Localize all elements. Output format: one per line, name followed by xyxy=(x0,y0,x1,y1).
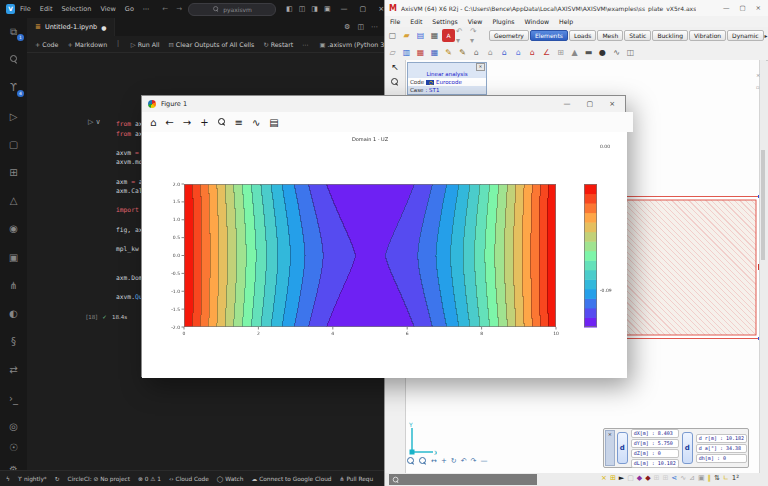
menu-edit[interactable]: Edit xyxy=(410,18,422,25)
customize-icon[interactable]: ∿ xyxy=(252,117,260,128)
surface-support-icon[interactable]: ▲ xyxy=(568,46,581,59)
sync-icon[interactable]: ↻ xyxy=(55,476,60,482)
parallel-icon[interactable]: ‖ xyxy=(708,474,712,482)
table-editor-icon[interactable]: ▥ xyxy=(400,46,413,59)
gcloud-item[interactable]: ☁Connect to Google Cloud xyxy=(251,476,331,482)
ribbon-overflow-icon[interactable]: ▸ xyxy=(765,32,768,39)
toolbar-separator[interactable]: ⏐ xyxy=(116,40,122,48)
node-snap-icon[interactable]: ⋖ xyxy=(671,474,677,482)
print-icon[interactable]: ▦ xyxy=(428,29,441,42)
tool-b-icon[interactable]: ◆ xyxy=(645,474,650,482)
add-code-button[interactable]: +Code xyxy=(35,41,58,48)
menu-selection[interactable]: Selection xyxy=(61,5,91,13)
zoom-cursor-icon[interactable] xyxy=(385,76,405,92)
selection-icon[interactable]: ▱ xyxy=(386,46,399,59)
frame-icon[interactable]: ◫ xyxy=(624,46,637,59)
menu-settings[interactable]: Settings xyxy=(432,18,457,25)
git-branch-item[interactable]: ϒnightly* xyxy=(18,476,47,482)
menu-file[interactable]: File xyxy=(20,5,31,13)
domain-extrude-icon[interactable]: ⌂ xyxy=(498,46,511,59)
power-icon[interactable]: 1² xyxy=(732,474,739,482)
panel-close-button[interactable]: × xyxy=(476,63,485,71)
workplane-icon[interactable]: ▢ xyxy=(627,474,634,482)
more-actions-icon[interactable]: ⋯ xyxy=(302,41,310,48)
redo-view-icon[interactable]: ↷ xyxy=(471,457,477,465)
figure-titlebar[interactable]: Figure 1 —▢× xyxy=(142,96,625,113)
pan-icon[interactable]: + xyxy=(200,117,208,128)
scrollbar-thumb[interactable] xyxy=(761,150,765,260)
maximize-button[interactable]: ▢ xyxy=(360,5,367,13)
menu-⋯[interactable]: ⋯ xyxy=(143,5,150,13)
command-line-input[interactable] xyxy=(389,474,537,485)
pdf-icon[interactable]: A xyxy=(442,29,455,42)
menu-help[interactable]: Help xyxy=(559,18,573,25)
watch-item[interactable]: ◯Watch xyxy=(217,476,244,482)
drawings-library-icon[interactable]: ▦ xyxy=(428,46,441,59)
cell-run-button[interactable]: ▷ ∨ xyxy=(88,118,101,126)
ribbon-tab-loads[interactable]: Loads xyxy=(569,30,597,41)
undo-view-icon[interactable]: ↶ xyxy=(461,457,467,465)
remote-status-icon[interactable]: ϟ xyxy=(6,476,10,482)
ribbon-tab-mesh[interactable]: Mesh xyxy=(597,30,623,41)
toggle-secondary-sidebar-icon[interactable]: ◨ xyxy=(311,5,318,13)
redo-icon[interactable]: ↷ ▾ xyxy=(470,29,483,42)
line-elements-icon[interactable]: ∠ xyxy=(540,46,553,59)
history-back-icon[interactable]: ← xyxy=(162,5,168,13)
menu-window[interactable]: Window xyxy=(525,18,549,25)
pan-icon[interactable]: + xyxy=(441,457,447,465)
delete-tool-icon[interactable]: × xyxy=(601,474,607,482)
zoom-fit-icon[interactable]: ↔ xyxy=(431,457,437,465)
contour-plot-canvas[interactable] xyxy=(142,132,627,378)
spring-icon[interactable]: ∿ xyxy=(610,46,623,59)
coord-d-button[interactable]: d xyxy=(682,432,693,464)
vertical-icon[interactable]: ⇅ xyxy=(714,474,720,482)
clear-outputs-button[interactable]: ⊟Clear Outputs of All Cells xyxy=(169,41,255,48)
customize-layout-icon[interactable]: ▣ xyxy=(324,5,331,13)
menu-view[interactable]: View xyxy=(468,18,483,25)
minimize-button[interactable]: — xyxy=(341,5,348,13)
ribbon-tab-static[interactable]: Static xyxy=(624,30,651,41)
plane-icon[interactable]: ▣ xyxy=(698,474,705,482)
forward-icon[interactable]: → xyxy=(183,117,191,128)
coord-panel-close-button[interactable]: × xyxy=(605,430,615,466)
tab-untitled-notebook[interactable]: ≣ Untitled-1.ipynb ● xyxy=(27,18,115,36)
grid-toggle-icon[interactable]: ⊞ xyxy=(610,474,616,482)
home-icon[interactable]: ⌂ xyxy=(150,117,156,128)
material-pencil-icon[interactable]: ✎ xyxy=(442,46,455,59)
menu-go[interactable]: Go xyxy=(125,5,134,13)
rotate-icon[interactable]: ↻ xyxy=(451,457,457,465)
open-icon[interactable]: ▰ xyxy=(400,29,413,42)
toggle-panel-icon[interactable]: ◫ xyxy=(299,5,306,13)
plate-domain[interactable] xyxy=(610,196,760,339)
restart-button[interactable]: ↻Restart xyxy=(263,41,293,48)
ribbon-tab-vibration[interactable]: Vibration xyxy=(689,30,726,41)
section-pencil-icon[interactable]: ✎ xyxy=(456,46,469,59)
rigid-body-icon[interactable]: ● xyxy=(596,46,609,59)
domain-hole-icon[interactable]: ⌂ xyxy=(484,46,497,59)
drawing-scrollbar[interactable] xyxy=(759,60,766,473)
panel-dock-icon[interactable]: ▫ xyxy=(756,84,759,90)
cursor-step-icon[interactable]: ► xyxy=(619,474,624,482)
report-maker-icon[interactable]: ▦ xyxy=(414,46,427,59)
minimize-button[interactable]: — xyxy=(723,4,730,12)
circleci-status-item[interactable]: CircleCI: ⊘ No project xyxy=(68,476,130,482)
save-icon[interactable]: ▤ xyxy=(414,29,427,42)
perp-icon[interactable]: ∟ xyxy=(723,474,729,482)
history-forward-icon[interactable]: → xyxy=(176,5,182,13)
grid-b-icon[interactable]: ⊞ xyxy=(662,474,668,482)
explorer-icon[interactable]: ⧉1 xyxy=(0,26,27,38)
menu-edit[interactable]: Edit xyxy=(40,5,53,13)
minimize-button[interactable]: — xyxy=(564,100,571,108)
cloud-code-item[interactable]: ‹›Cloud Code xyxy=(169,476,209,482)
kernel-picker-button[interactable]: ▣.axisvm (Python 3.8.10) xyxy=(320,41,392,48)
menu-file[interactable]: File xyxy=(390,18,400,25)
add-markdown-button[interactable]: +Markdown xyxy=(67,41,107,48)
command-center-search[interactable]: pyaxisvm xyxy=(188,3,276,16)
back-icon[interactable]: ← xyxy=(165,117,173,128)
panel-close-icon[interactable]: × xyxy=(756,72,760,78)
menu-view[interactable]: View xyxy=(100,5,115,13)
toggle-sidebar-icon[interactable]: ◧ xyxy=(286,5,293,13)
zoom-icon[interactable] xyxy=(218,118,226,126)
split-editor-icon[interactable]: ◫ xyxy=(357,23,364,31)
domain-icon[interactable]: ⌂ xyxy=(470,46,483,59)
